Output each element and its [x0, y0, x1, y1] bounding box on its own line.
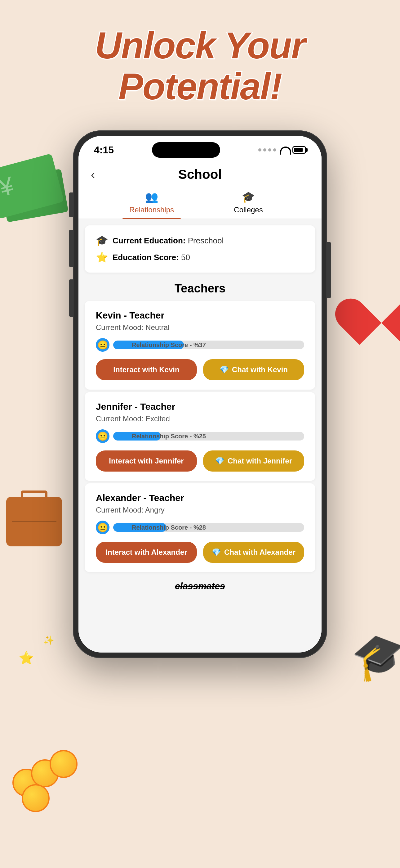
- kevin-chat-button[interactable]: 💎 Chat with Kevin: [203, 359, 304, 380]
- jennifer-interact-button[interactable]: Interact with Jennifer: [96, 451, 197, 471]
- education-text: Current Education: Preschool: [112, 236, 224, 246]
- watermark: classmates: [78, 575, 322, 598]
- score-value: 50: [181, 253, 190, 262]
- jennifer-progress-container: 😐 Relationship Score - %25: [96, 429, 304, 443]
- phone-frame: 4:15 ‹ School: [73, 130, 327, 658]
- kevin-progress-container: 😐 Relationship Score - %37: [96, 338, 304, 352]
- signal-dot-1: [258, 148, 261, 152]
- kevin-mood: Current Mood: Neutral: [96, 323, 304, 332]
- diamond-icon-2: 💎: [215, 457, 225, 465]
- app-title: School: [178, 167, 222, 182]
- star-icon-2: ✨: [43, 635, 54, 645]
- teacher-card-kevin: Kevin - Teacher Current Mood: Neutral 😐 …: [85, 301, 315, 390]
- score-row: ⭐ Education Score: 50: [96, 251, 304, 263]
- jennifer-name: Jennifer - Teacher: [96, 401, 304, 412]
- jennifer-mood: Current Mood: Excited: [96, 414, 304, 423]
- kevin-interact-button[interactable]: Interact with Kevin: [96, 359, 197, 380]
- alexander-action-buttons: Interact with Alexander 💎 Chat with Alex…: [96, 542, 304, 563]
- tab-relationships[interactable]: 👥 Relationships: [103, 185, 200, 219]
- status-icons: [258, 146, 306, 154]
- signal-dot-3: [268, 148, 271, 152]
- status-time: 4:15: [94, 144, 114, 156]
- kevin-progress-emoji: 😐: [96, 338, 109, 352]
- wifi-icon: [280, 147, 289, 153]
- teachers-section-title: Teachers: [78, 276, 322, 298]
- kevin-progress-label: Relationship Score - %37: [132, 341, 206, 349]
- phone-power-button: [327, 242, 331, 298]
- signal-dot-2: [263, 148, 266, 152]
- alexander-chat-button[interactable]: 💎 Chat with Alexander: [203, 542, 304, 563]
- info-card: 🎓 Current Education: Preschool ⭐ Educati…: [85, 225, 315, 273]
- coin-4: [49, 750, 77, 778]
- signal-dots: [258, 148, 276, 152]
- phone-frame-wrapper: 4:15 ‹ School: [73, 130, 327, 658]
- app-header: ‹ School: [78, 161, 322, 185]
- diamond-icon-3: 💎: [212, 548, 221, 557]
- kevin-action-buttons: Interact with Kevin 💎 Chat with Kevin: [96, 359, 304, 380]
- phone-screen: 4:15 ‹ School: [78, 136, 322, 653]
- score-label: Education Score:: [112, 253, 179, 262]
- colleges-tab-label: Colleges: [234, 206, 263, 214]
- education-row: 🎓 Current Education: Preschool: [96, 235, 304, 247]
- tab-colleges[interactable]: 🎓 Colleges: [200, 185, 297, 219]
- relationships-tab-label: Relationships: [129, 206, 174, 214]
- alexander-interact-button[interactable]: Interact with Alexander: [96, 542, 197, 563]
- kevin-progress-bar-bg: Relationship Score - %37: [113, 341, 304, 349]
- bg-graduation-cap: 🎓: [348, 626, 400, 686]
- alexander-progress-bar-bg: Relationship Score - %28: [113, 523, 304, 532]
- score-text: Education Score: 50: [112, 253, 190, 262]
- relationships-tab-icon: 👥: [145, 191, 158, 203]
- jennifer-chat-label: Chat with Jennifer: [228, 457, 292, 465]
- alexander-progress-container: 😐 Relationship Score - %28: [96, 521, 304, 534]
- jennifer-progress-bar-bg: Relationship Score - %25: [113, 432, 304, 440]
- score-icon: ⭐: [96, 251, 108, 263]
- jennifer-progress-emoji: 😐: [96, 429, 109, 443]
- alexander-progress-emoji: 😐: [96, 521, 109, 534]
- alexander-chat-label: Chat with Alexander: [224, 548, 296, 557]
- diamond-icon: 💎: [220, 365, 229, 374]
- signal-dot-4: [273, 148, 276, 152]
- main-title: Unlock Your Potential!: [61, 25, 339, 107]
- jennifer-progress-label: Relationship Score - %25: [132, 433, 206, 440]
- back-button[interactable]: ‹: [91, 168, 95, 182]
- teacher-card-alexander: Alexander - Teacher Current Mood: Angry …: [85, 483, 315, 572]
- coin-3: [22, 784, 49, 812]
- star-icon-1: ⭐: [19, 651, 34, 665]
- title-line1: Unlock Your: [95, 25, 305, 66]
- kevin-name: Kevin - Teacher: [96, 310, 304, 321]
- phone-vol-down-button: [69, 279, 73, 317]
- jennifer-action-buttons: Interact with Jennifer 💎 Chat with Jenni…: [96, 451, 304, 471]
- education-value: Preschool: [188, 236, 224, 245]
- education-label: Current Education:: [112, 236, 186, 245]
- kevin-chat-label: Chat with Kevin: [232, 365, 288, 374]
- alexander-name: Alexander - Teacher: [96, 493, 304, 503]
- education-icon: 🎓: [96, 235, 108, 247]
- alexander-progress-label: Relationship Score - %28: [132, 524, 206, 531]
- teacher-card-jennifer: Jennifer - Teacher Current Mood: Excited…: [85, 392, 315, 481]
- bg-heart-decoration: [351, 279, 400, 335]
- phone-mute-button: [69, 192, 73, 217]
- screen-content[interactable]: 🎓 Current Education: Preschool ⭐ Educati…: [78, 219, 322, 653]
- colleges-tab-icon: 🎓: [242, 191, 255, 203]
- battery-icon: [292, 146, 306, 154]
- dynamic-island: [152, 142, 220, 158]
- status-bar: 4:15: [78, 136, 322, 161]
- jennifer-chat-button[interactable]: 💎 Chat with Jennifer: [203, 451, 304, 471]
- title-line2: Potential!: [119, 65, 282, 107]
- phone-vol-up-button: [69, 230, 73, 267]
- alexander-mood: Current Mood: Angry: [96, 506, 304, 515]
- bg-briefcase: [6, 497, 62, 547]
- tabs-row: 👥 Relationships 🎓 Colleges: [78, 185, 322, 219]
